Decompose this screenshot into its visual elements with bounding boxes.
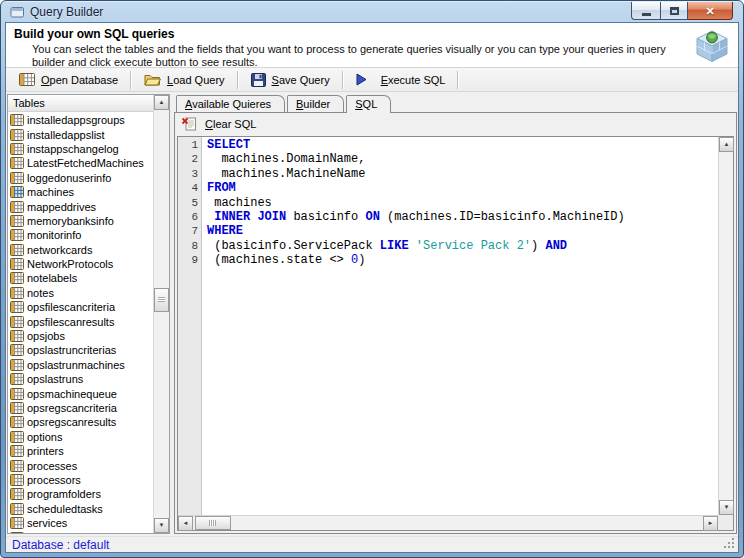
table-list-item[interactable]: notes	[8, 286, 153, 300]
table-list-item[interactable]: installedappslist	[8, 127, 153, 141]
editor-vscroll-track[interactable]	[719, 152, 733, 500]
table-list-item[interactable]: memorybanksinfo	[8, 214, 153, 228]
client-area: Build your own SQL queries You can selec…	[5, 22, 739, 553]
table-list-item[interactable]: services	[8, 516, 153, 530]
app-icon[interactable]	[10, 5, 25, 19]
table-list-item[interactable]: opsfilescancriteria	[8, 300, 153, 314]
table-name: processes	[27, 460, 77, 472]
table-list-item[interactable]: mappeddrives	[8, 199, 153, 213]
sql-code-line: machines.DomainName,	[207, 152, 718, 166]
cube-globe-icon	[694, 27, 730, 63]
tab-label: Available Quieres	[185, 98, 271, 110]
table-icon	[10, 186, 24, 198]
editor-hscroll-thumb[interactable]	[195, 516, 231, 530]
table-list-item[interactable]: opsfilescanresults	[8, 314, 153, 328]
table-icon	[10, 201, 24, 213]
table-list-item[interactable]: opsregscancriteria	[8, 401, 153, 415]
save-query-label: Save Query	[272, 74, 330, 86]
scroll-up-icon[interactable]: ▲	[719, 137, 734, 152]
execute-sql-button[interactable]: Execute SQL	[346, 69, 456, 91]
table-name: opsjobs	[27, 330, 65, 342]
load-query-button[interactable]: Load Query	[134, 69, 235, 91]
resize-grip[interactable]	[723, 537, 735, 549]
table-list-item[interactable]: loggedonuserinfo	[8, 171, 153, 185]
table-list-item[interactable]: printers	[8, 444, 153, 458]
table-name: memorybanksinfo	[27, 215, 114, 227]
table-name: NetworkProtocols	[27, 258, 113, 270]
table-icon	[10, 258, 24, 270]
table-list-item[interactable]: opsmachinequeue	[8, 386, 153, 400]
page-title: Build your own SQL queries	[14, 27, 682, 41]
table-list-item[interactable]: options	[8, 430, 153, 444]
header-panel: Build your own SQL queries You can selec…	[6, 23, 738, 68]
sql-code-line: WHERE	[207, 224, 718, 238]
close-icon: ✕	[705, 3, 714, 19]
sql-editor[interactable]: 123456789 SELECT machines.DomainName, ma…	[177, 136, 734, 531]
scroll-down-icon[interactable]: ▼	[154, 518, 169, 533]
tab-sql[interactable]: SQL	[346, 95, 391, 113]
table-icon	[10, 474, 24, 486]
table-list-item[interactable]: opsjobs	[8, 329, 153, 343]
table-icon	[10, 532, 24, 534]
clear-sql-button[interactable]: Clear SQL	[205, 118, 256, 130]
titlebar[interactable]: Query Builder	[5, 1, 739, 22]
table-list-item[interactable]: NetworkProtocols	[8, 257, 153, 271]
table-list-item[interactable]: programfolders	[8, 487, 153, 501]
table-list-item[interactable]: installedappsgroups	[8, 113, 153, 127]
sql-code-line: machines	[207, 196, 718, 210]
table-name: programfolders	[27, 488, 101, 500]
table-name: shareaccess	[27, 532, 89, 534]
table-list-item[interactable]: opslastruncriterias	[8, 343, 153, 357]
tables-scrollbar-track[interactable]	[154, 110, 169, 518]
table-list-item[interactable]: instappschangelog	[8, 142, 153, 156]
table-list-item[interactable]: monitorinfo	[8, 228, 153, 242]
table-name: notes	[27, 287, 54, 299]
editor-vertical-scrollbar[interactable]: ▲ ▼	[718, 137, 733, 515]
table-name: machines	[27, 186, 74, 198]
table-list-item[interactable]: networkcards	[8, 243, 153, 257]
table-list-item[interactable]: machines	[8, 185, 153, 199]
sql-code-line: SELECT	[207, 138, 718, 152]
table-list-item[interactable]: opslastrunmachines	[8, 358, 153, 372]
floppy-disk-icon	[251, 73, 266, 87]
maximize-button[interactable]	[660, 2, 688, 20]
minimize-button[interactable]	[631, 2, 660, 20]
table-icon	[10, 359, 24, 371]
table-name: opslastruncriterias	[27, 344, 116, 356]
toolbar-separator	[342, 71, 344, 89]
tab-builder[interactable]: Builder	[287, 95, 344, 112]
table-list-item[interactable]: processors	[8, 473, 153, 487]
table-list-item[interactable]: shareaccess	[8, 530, 153, 534]
tables-scrollbar-thumb[interactable]	[154, 288, 169, 312]
editor-hscroll-track[interactable]	[193, 516, 703, 530]
main-toolbar: Open Database Load Query Save Query	[6, 68, 738, 92]
editor-horizontal-scrollbar[interactable]: ◄ ►	[178, 515, 718, 530]
scroll-left-icon[interactable]: ◄	[178, 516, 193, 531]
table-list-item[interactable]: notelabels	[8, 271, 153, 285]
table-icon	[10, 402, 24, 414]
table-name: processors	[27, 474, 81, 486]
table-list-item[interactable]: processes	[8, 458, 153, 472]
table-name: opsmachinequeue	[27, 388, 117, 400]
open-database-button[interactable]: Open Database	[9, 69, 128, 91]
tables-column-header[interactable]: Tables	[8, 95, 153, 112]
close-button[interactable]: ✕	[688, 2, 733, 20]
table-list-item[interactable]: LatestFetchedMachines	[8, 156, 153, 170]
scroll-up-icon[interactable]: ▲	[154, 95, 169, 110]
table-name: LatestFetchedMachines	[27, 157, 144, 169]
scroll-down-icon[interactable]: ▼	[719, 500, 734, 515]
table-list-item[interactable]: opsregscanresults	[8, 415, 153, 429]
sql-code-line: INNER JOIN basicinfo ON (machines.ID=bas…	[207, 210, 718, 224]
sql-code-area[interactable]: 123456789 SELECT machines.DomainName, ma…	[178, 137, 718, 515]
table-icon	[10, 517, 24, 529]
tables-scrollbar[interactable]: ▲ ▼	[153, 95, 169, 533]
table-icon	[10, 215, 24, 227]
scroll-right-icon[interactable]: ►	[703, 516, 718, 531]
tab-available-queries[interactable]: Available Quieres	[176, 95, 285, 112]
table-list-item[interactable]: opslastruns	[8, 372, 153, 386]
sql-code-lines[interactable]: SELECT machines.DomainName, machines.Mac…	[202, 137, 718, 515]
sql-code-line: (machines.state <> 0)	[207, 253, 718, 267]
table-list-item[interactable]: scheduledtasks	[8, 502, 153, 516]
clear-sql-icon	[181, 116, 197, 131]
save-query-button[interactable]: Save Query	[241, 69, 340, 91]
